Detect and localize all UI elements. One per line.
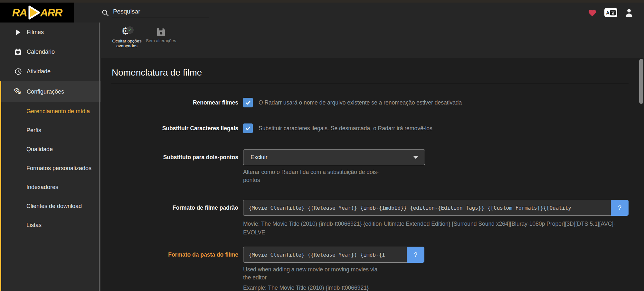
save-changes-button[interactable]: Sem alterações: [145, 27, 177, 58]
sidebar-subitem-qualidade[interactable]: Qualidade: [1, 140, 101, 159]
sidebar-subitem-listas[interactable]: Listas: [1, 216, 101, 235]
page-title: Nomenclatura de filme: [111, 66, 629, 83]
checkmark-icon: [245, 125, 251, 132]
sidebar-scrollbar[interactable]: [99, 23, 100, 291]
colon-replacement-row: Substituto para dois-pontos Excluir Alte…: [111, 149, 629, 184]
translate-icon[interactable]: A: [604, 8, 617, 17]
rename-movies-label: Renomear filmes: [111, 98, 243, 107]
rename-movies-help: O Radarr usará o nome de arquivo existen…: [259, 99, 462, 106]
standard-movie-format-input[interactable]: {Movie CleanTitle} {(Release Year)} {imd…: [243, 200, 611, 216]
search-input[interactable]: [112, 7, 209, 18]
no-changes-label: Sem alterações: [146, 38, 176, 43]
rename-movies-checkbox[interactable]: [243, 98, 253, 107]
replace-illegal-help: Substituir caracteres ilegais. Se desmar…: [259, 125, 432, 132]
standard-movie-format-help-button[interactable]: ?: [611, 200, 629, 216]
content-scrollbar[interactable]: [639, 59, 643, 104]
colon-replacement-select[interactable]: Excluir: [243, 149, 425, 165]
sidebar-item-configuracoes[interactable]: ⚙⚙ Configurações: [1, 81, 101, 102]
colon-replacement-help: Alterar como o Radarr lida com a substit…: [243, 168, 382, 184]
replace-illegal-row: Substituir Caracteres Ilegais Substituir…: [111, 123, 629, 133]
movie-folder-format-help: Used when adding a new movie or moving m…: [243, 266, 382, 282]
logo-text-left: RA: [12, 7, 27, 18]
movie-folder-format-row: Formato da pasta do filme {Movie CleanTi…: [111, 247, 629, 291]
play-icon: [14, 29, 22, 35]
movie-folder-format-example: Example: The Movie Title (2010) {imdb-tt…: [243, 284, 629, 291]
radarr-logo[interactable]: RA ARR: [0, 3, 74, 23]
sidebar-subitem-clientes-de-download[interactable]: Clientes de download: [1, 197, 101, 216]
user-icon[interactable]: [625, 8, 633, 17]
sidebar-subitem-indexadores[interactable]: Indexadores: [1, 178, 101, 197]
sidebar-item-label: Calendário: [27, 49, 55, 55]
donate-heart-icon[interactable]: [588, 9, 597, 17]
rename-movies-row: Renomear filmes O Radarr usará o nome de…: [111, 98, 629, 107]
sidebar-item-label: Configurações: [27, 88, 64, 95]
gears-icon: ⚙⚙: [14, 88, 22, 95]
sidebar-item-label: Filmes: [27, 29, 44, 36]
standard-movie-format-row: Formato de filme padrão {Movie CleanTitl…: [111, 200, 629, 237]
movie-folder-format-input[interactable]: {Movie CleanTitle} ({Release Year}) {imd…: [243, 247, 407, 263]
sidebar-subitem-perfis[interactable]: Perfis: [1, 121, 101, 140]
sidebar: Filmes Calendário: [0, 23, 101, 291]
settings-toolbar: ⚙ ✓ Ocultar opções avançadas Sem alteraç…: [101, 23, 644, 58]
hide-advanced-label: Ocultar opções avançadas: [111, 39, 143, 48]
hide-advanced-button[interactable]: ⚙ ✓ Ocultar opções avançadas: [111, 27, 143, 58]
main-content: ⚙ ✓ Ocultar opções avançadas Sem alteraç…: [101, 23, 644, 291]
sidebar-item-calendario[interactable]: Calendário: [0, 42, 101, 62]
chevron-down-icon: [413, 156, 418, 159]
top-bar: RA ARR A: [0, 3, 644, 23]
standard-movie-format-example: Movie: The Movie Title (2010) {imdb-tt00…: [243, 220, 629, 237]
replace-illegal-checkbox[interactable]: [243, 123, 253, 133]
search-bar: [101, 7, 209, 18]
settings-group: ⚙⚙ Configurações Gerenciamento de mídia …: [0, 81, 101, 291]
sidebar-item-filmes[interactable]: Filmes: [0, 23, 101, 42]
calendar-icon: [14, 49, 22, 55]
replace-illegal-label: Substituir Caracteres Ilegais: [111, 123, 243, 133]
search-icon: [101, 9, 109, 17]
checkmark-icon: [245, 100, 251, 106]
window-top-strip: [0, 0, 644, 3]
save-floppy-icon: [156, 27, 166, 37]
colon-replacement-value: Excluir: [251, 154, 268, 161]
radarr-play-icon: [26, 5, 41, 20]
advanced-gear-check-icon: ⚙ ✓: [121, 27, 132, 37]
logo-text-right: ARR: [40, 7, 62, 18]
movie-folder-format-label: Formato da pasta do filme: [111, 247, 243, 263]
sidebar-item-label: Atividade: [27, 68, 51, 75]
colon-replacement-label: Substituto para dois-pontos: [111, 149, 243, 165]
clock-icon: [14, 68, 22, 75]
sidebar-subitem-gerenciamento-de-midia[interactable]: Gerenciamento de mídia: [1, 102, 101, 121]
movie-folder-format-help-button[interactable]: ?: [407, 247, 424, 263]
standard-movie-format-label: Formato de filme padrão: [111, 200, 243, 216]
sidebar-item-atividade[interactable]: Atividade: [0, 62, 101, 81]
sidebar-subitem-formatos-personalizados[interactable]: Formatos personalizados: [1, 159, 101, 178]
